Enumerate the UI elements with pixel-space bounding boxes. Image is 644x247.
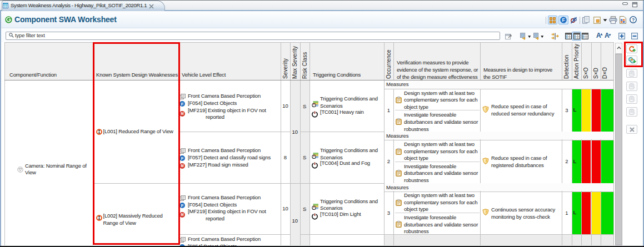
svg-text:F: F [181,101,184,106]
svg-text:F: F [562,17,565,23]
svg-text:F: F [181,203,184,208]
svg-text:M: M [181,164,184,168]
svg-text:?: ? [631,17,634,23]
svg-text:F: F [181,155,184,160]
svg-text:M: M [181,112,184,115]
svg-text:M: M [181,213,184,217]
